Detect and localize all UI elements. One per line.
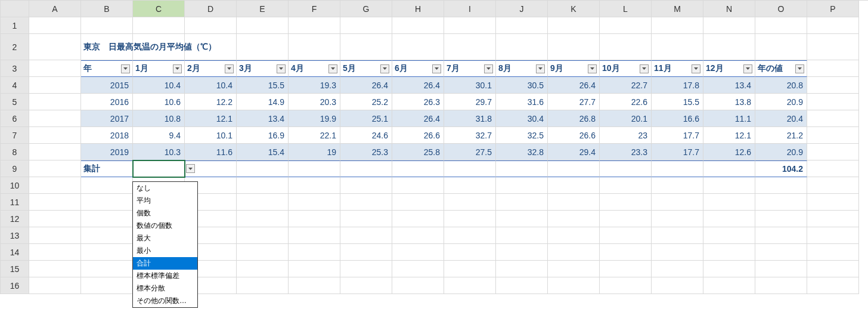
cell-B13[interactable]: [81, 227, 133, 244]
cell-A5[interactable]: [29, 94, 81, 110]
cell-E2[interactable]: [237, 34, 289, 60]
data-cell[interactable]: 26.4: [392, 77, 444, 94]
data-cell[interactable]: 12.6: [703, 144, 755, 160]
cell-J2[interactable]: [496, 34, 548, 60]
row-header-8[interactable]: 8: [1, 144, 29, 160]
cell-G14[interactable]: [340, 244, 392, 261]
row-header-5[interactable]: 5: [1, 94, 29, 110]
cell-G10[interactable]: [340, 177, 392, 194]
data-cell[interactable]: 10.8: [133, 110, 185, 127]
cell-I12[interactable]: [444, 211, 496, 227]
cell-P2[interactable]: [807, 34, 859, 60]
cell-N14[interactable]: [703, 244, 755, 261]
table-header-8月[interactable]: 8月: [496, 60, 548, 77]
data-cell[interactable]: 17.7: [652, 127, 703, 144]
cell-I15[interactable]: [444, 261, 496, 277]
filter-button[interactable]: [743, 64, 752, 73]
row-header-6[interactable]: 6: [1, 110, 29, 127]
cell-B11[interactable]: [81, 194, 133, 211]
table-header-11月[interactable]: 11月: [652, 60, 703, 77]
cell-M16[interactable]: [652, 277, 703, 294]
cell-M1[interactable]: [652, 17, 703, 34]
cell-F15[interactable]: [289, 261, 340, 277]
row-header-13[interactable]: 13: [1, 227, 29, 244]
cell-K16[interactable]: [548, 277, 600, 294]
col-header-O[interactable]: O: [755, 1, 807, 17]
data-cell[interactable]: 30.5: [496, 77, 548, 94]
cell-G13[interactable]: [340, 227, 392, 244]
cell-K1[interactable]: [548, 17, 600, 34]
data-cell[interactable]: 23: [600, 127, 652, 144]
cell-P6[interactable]: [807, 110, 859, 127]
cell-H11[interactable]: [392, 194, 444, 211]
cell-E12[interactable]: [237, 211, 289, 227]
data-cell[interactable]: 9.4: [133, 127, 185, 144]
cell-K11[interactable]: [548, 194, 600, 211]
data-cell[interactable]: 25.2: [340, 94, 392, 110]
cell-H1[interactable]: [392, 17, 444, 34]
cell-M13[interactable]: [652, 227, 703, 244]
table-header-3月[interactable]: 3月: [237, 60, 289, 77]
cell-I14[interactable]: [444, 244, 496, 261]
cell-N1[interactable]: [703, 17, 755, 34]
cell-P11[interactable]: [807, 194, 859, 211]
data-cell[interactable]: 19.9: [289, 110, 340, 127]
data-cell[interactable]: 25.3: [340, 144, 392, 160]
data-cell[interactable]: 17.8: [652, 77, 703, 94]
cell-N13[interactable]: [703, 227, 755, 244]
cell-H14[interactable]: [392, 244, 444, 261]
data-cell[interactable]: 12.2: [185, 94, 237, 110]
cell-L16[interactable]: [600, 277, 652, 294]
data-cell[interactable]: 32.5: [496, 127, 548, 144]
cell-C1[interactable]: [133, 17, 185, 34]
data-cell[interactable]: 26.8: [548, 110, 600, 127]
cell-O1[interactable]: [755, 17, 807, 34]
cell-P4[interactable]: [807, 77, 859, 94]
cell-P12[interactable]: [807, 211, 859, 227]
data-cell[interactable]: 19: [289, 144, 340, 160]
cell-M11[interactable]: [652, 194, 703, 211]
cell-F12[interactable]: [289, 211, 340, 227]
select-all-corner[interactable]: [1, 1, 29, 17]
total-row-cell[interactable]: [444, 160, 496, 177]
cell-A15[interactable]: [29, 261, 81, 277]
dropdown-item-1[interactable]: 平均: [133, 194, 197, 207]
cell-E1[interactable]: [237, 17, 289, 34]
col-header-B[interactable]: B: [81, 1, 133, 17]
data-cell[interactable]: 32.7: [444, 127, 496, 144]
data-cell[interactable]: 11.1: [703, 110, 755, 127]
data-cell[interactable]: 25.8: [392, 144, 444, 160]
cell-B1[interactable]: [81, 17, 133, 34]
table-header-5月[interactable]: 5月: [340, 60, 392, 77]
cell-K12[interactable]: [548, 211, 600, 227]
data-cell[interactable]: 31.8: [444, 110, 496, 127]
filter-button[interactable]: [484, 64, 493, 73]
cell-A14[interactable]: [29, 244, 81, 261]
data-cell[interactable]: 27.5: [444, 144, 496, 160]
cell-I16[interactable]: [444, 277, 496, 294]
table-header-2月[interactable]: 2月: [185, 60, 237, 77]
cell-K13[interactable]: [548, 227, 600, 244]
data-cell[interactable]: 10.4: [185, 77, 237, 94]
total-row-cell[interactable]: [340, 160, 392, 177]
data-cell[interactable]: 12.1: [703, 127, 755, 144]
cell-M14[interactable]: [652, 244, 703, 261]
row-header-10[interactable]: 10: [1, 177, 29, 194]
dropdown-item-6[interactable]: 合計: [133, 257, 197, 270]
data-cell[interactable]: 25.1: [340, 110, 392, 127]
data-cell[interactable]: 31.6: [496, 94, 548, 110]
cell-P13[interactable]: [807, 227, 859, 244]
data-cell[interactable]: 30.4: [496, 110, 548, 127]
cell-A13[interactable]: [29, 227, 81, 244]
cell-P9[interactable]: [807, 160, 859, 177]
cell-G2[interactable]: [340, 34, 392, 60]
cell-F10[interactable]: [289, 177, 340, 194]
data-cell[interactable]: 10.6: [133, 94, 185, 110]
cell-J1[interactable]: [496, 17, 548, 34]
cell-F14[interactable]: [289, 244, 340, 261]
cell-G12[interactable]: [340, 211, 392, 227]
data-cell[interactable]: 20.4: [755, 110, 807, 127]
cell-A11[interactable]: [29, 194, 81, 211]
row-header-2[interactable]: 2: [1, 34, 29, 60]
cell-F13[interactable]: [289, 227, 340, 244]
